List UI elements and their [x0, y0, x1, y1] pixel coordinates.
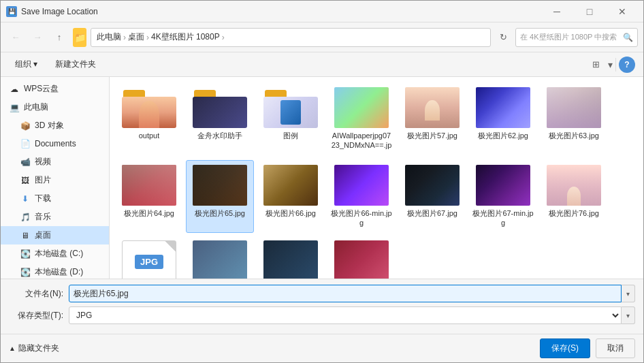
file-item-jinshou[interactable]: 金舟水印助手	[186, 82, 254, 157]
file-item-partial1[interactable]	[186, 236, 254, 279]
dialog-icon: 💾	[6, 6, 17, 17]
sidebar-item-3d[interactable]: 📦 3D 对象	[1, 116, 109, 135]
thumbnail-jiguang64	[122, 165, 176, 206]
sidebar-item-video[interactable]: 📹 视频	[1, 153, 109, 171]
thumbnail-jiguang67	[405, 165, 460, 206]
main-content: ☁ WPS云盘 💻 此电脑 📦 3D 对象 📄 Documents 📹 视频	[1, 77, 643, 279]
sidebar-item-localc[interactable]: 💽 本地磁盘 (C:)	[1, 244, 109, 263]
file-label-jiguang67: 极光图片67.jpg	[407, 208, 457, 218]
cancel-button[interactable]: 取消	[596, 338, 635, 358]
documents-label: Documents	[35, 139, 76, 148]
dialog-title: Save Image Location	[21, 7, 541, 16]
localc-icon: 💽	[20, 249, 31, 259]
help-button[interactable]: ?	[619, 57, 635, 73]
save-button-label: 保存(S)	[551, 343, 579, 353]
music-icon: 🎵	[20, 212, 31, 223]
filetype-label: 保存类型(T):	[9, 310, 63, 321]
hidden-files-toggle[interactable]: ▲ 隐藏文件夹	[9, 343, 59, 354]
file-label-jiguang76: 极光图片76.jpg	[549, 208, 599, 218]
view-button[interactable]: ⊞	[586, 55, 605, 74]
breadcrumb-desktop[interactable]: 桌面	[128, 31, 144, 43]
sidebar-item-music[interactable]: 🎵 音乐	[1, 208, 109, 226]
file-item-jiguang76[interactable]: 极光图片76.jpg	[540, 160, 608, 233]
folder-icon-output	[122, 87, 176, 128]
file-label-tuli: 图例	[283, 131, 298, 140]
hidden-files-label: 隐藏文件夹	[18, 343, 59, 354]
thumbnail-jiguang66min	[334, 165, 389, 206]
breadcrumb-sep1: ›	[123, 33, 126, 42]
thumbnail-jiguang62	[476, 87, 530, 128]
file-item-jpg-new[interactable]: JPG	[115, 236, 183, 279]
3d-icon: 📦	[20, 121, 31, 131]
locald-icon: 💽	[20, 267, 31, 278]
sidebar-item-thispc[interactable]: 💻 此电脑	[1, 98, 109, 116]
forward-button[interactable]: →	[28, 28, 47, 47]
new-folder-button[interactable]: 新建文件夹	[49, 55, 102, 74]
file-item-jiguang66min[interactable]: 极光图片66-min.jpg	[327, 160, 396, 233]
view-dropdown-arrow[interactable]: ▾	[608, 59, 613, 70]
save-dialog: 💾 Save Image Location ─ □ ✕ ← → ↑ 📁 此电脑 …	[0, 0, 644, 363]
minimize-button[interactable]: ─	[541, 1, 573, 22]
save-button[interactable]: 保存(S)	[540, 338, 590, 358]
file-item-jiguang62[interactable]: 极光图片62.jpg	[469, 82, 537, 157]
breadcrumb-current[interactable]: 4K壁纸图片 1080P	[151, 31, 220, 43]
file-item-jiguang64[interactable]: 极光图片64.jpg	[115, 160, 183, 233]
filetype-dropdown-arrow[interactable]: ▾	[622, 306, 635, 324]
desktop-icon: 🖥	[20, 230, 31, 241]
up-button[interactable]: ↑	[50, 28, 69, 47]
file-area[interactable]: output 金舟水印助手	[110, 77, 643, 279]
breadcrumb-bar[interactable]: 此电脑 › 桌面 › 4K壁纸图片 1080P ›	[91, 28, 491, 47]
thumbnail-jiguang76	[547, 165, 601, 206]
file-item-jiguang63[interactable]: 极光图片63.jpg	[540, 82, 608, 157]
file-label-jiguang57: 极光图片57.jpg	[407, 131, 457, 140]
file-item-partial3[interactable]	[327, 236, 396, 279]
file-item-output[interactable]: output	[115, 82, 183, 157]
filetype-select[interactable]: JPG PNG BMP GIF WEBP	[69, 306, 622, 324]
file-item-aiwallpaper[interactable]: AIWallpaperjpg0723_NDMxNA==.jpg	[327, 82, 396, 157]
filename-input[interactable]	[69, 285, 622, 302]
nav-toolbar: ← → ↑ 📁 此电脑 › 桌面 › 4K壁纸图片 1080P › ↻ 在 4K…	[1, 22, 643, 52]
file-label-jiguang66: 极光图片66.jpg	[265, 208, 316, 218]
action-bar: ▲ 隐藏文件夹 保存(S) 取消	[1, 334, 643, 362]
sidebar-item-desktop[interactable]: 🖥 桌面	[1, 226, 109, 244]
title-bar: 💾 Save Image Location ─ □ ✕	[1, 1, 643, 22]
video-icon: 📹	[20, 157, 31, 168]
3d-label: 3D 对象	[35, 120, 64, 131]
folder-icon-tuli	[263, 87, 318, 128]
sidebar-item-pictures[interactable]: 🖼 图片	[1, 171, 109, 189]
localc-label: 本地磁盘 (C:)	[35, 248, 83, 259]
desktop-label: 桌面	[35, 230, 51, 241]
breadcrumb-thispc[interactable]: 此电脑	[97, 31, 121, 43]
toolbar2-right: ⊞ ▾ ?	[586, 55, 635, 74]
file-item-jiguang67min[interactable]: 极光图片67-min.jpg	[469, 160, 537, 233]
file-item-jiguang65[interactable]: 极光图片65.jpg	[186, 160, 254, 233]
back-button[interactable]: ←	[6, 28, 25, 47]
file-label-jiguang66min: 极光图片66-min.jpg	[331, 208, 392, 228]
close-button[interactable]: ✕	[607, 1, 638, 22]
refresh-button[interactable]: ↻	[494, 28, 513, 47]
maximize-button[interactable]: □	[574, 1, 605, 22]
search-box[interactable]: 在 4K壁纸图片 1080P 中搜索 🔍	[515, 28, 638, 47]
cancel-button-label: 取消	[607, 343, 624, 353]
downloads-label: 下载	[35, 193, 51, 204]
organize-button[interactable]: 组织 ▾	[9, 55, 44, 74]
sidebar-item-documents[interactable]: 📄 Documents	[1, 135, 109, 153]
sidebar-item-downloads[interactable]: ⬇ 下载	[1, 189, 109, 208]
thumbnail-jiguang57	[405, 87, 460, 128]
sidebar-item-wps[interactable]: ☁ WPS云盘	[1, 80, 109, 98]
file-item-jiguang67[interactable]: 极光图片67.jpg	[398, 160, 466, 233]
filename-row: 文件名(N): ▾	[9, 285, 635, 302]
file-item-partial2[interactable]	[257, 236, 325, 279]
filename-dropdown-arrow[interactable]: ▾	[622, 285, 635, 302]
file-label-aiwallpaper: AIWallpaperjpg0723_NDMxNA==.jpg	[331, 131, 392, 153]
thumbnail-jiguang66	[263, 165, 318, 206]
file-item-tuli[interactable]: 图例	[257, 82, 325, 157]
filename-input-wrapper: ▾	[69, 285, 635, 302]
sidebar-item-locald[interactable]: 💽 本地磁盘 (D:)	[1, 263, 109, 279]
thumbnail-partial3	[334, 240, 389, 279]
thumbnail-partial2	[263, 240, 318, 279]
organize-label: 组织 ▾	[15, 59, 37, 70]
file-item-jiguang66[interactable]: 极光图片66.jpg	[257, 160, 325, 233]
file-item-jiguang57[interactable]: 极光图片57.jpg	[398, 82, 466, 157]
file-label-jiguang67min: 极光图片67-min.jpg	[472, 208, 534, 228]
